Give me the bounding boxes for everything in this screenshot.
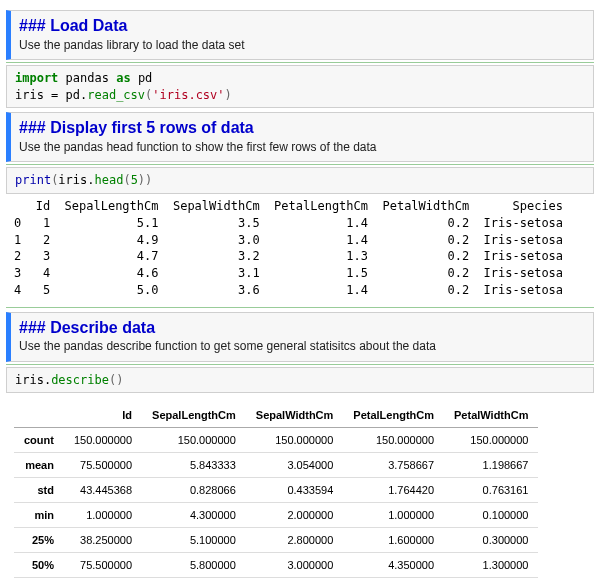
table-cell: 5.800000: [142, 553, 246, 578]
heading-load: ### Load Data: [19, 15, 585, 37]
table-row: mean75.5000005.8433333.0540003.7586671.1…: [14, 453, 538, 478]
markdown-cell-head: ### Display first 5 rows of data Use the…: [6, 112, 594, 162]
table-cell: 0.828066: [142, 478, 246, 503]
keyword-import: import: [15, 71, 58, 85]
fn-describe: describe: [51, 373, 109, 387]
table-cell: 0.300000: [444, 528, 538, 553]
num-literal: 5: [131, 173, 138, 187]
code-cell-head[interactable]: print(iris.head(5)): [6, 167, 594, 194]
table-cell: 0.100000: [444, 503, 538, 528]
markdown-text-load: Use the pandas library to load the data …: [19, 37, 585, 53]
table-cell: 75.500000: [64, 553, 142, 578]
table-col-header: PetalWidthCm: [444, 403, 538, 428]
table-cell: 5.100000: [142, 528, 246, 553]
table-cell: 150.000000: [246, 428, 344, 453]
table-row: 50%75.5000005.8000003.0000004.3500001.30…: [14, 553, 538, 578]
table-cell: 1.000000: [64, 503, 142, 528]
table-row-label: min: [14, 503, 64, 528]
table-cell: 150.000000: [444, 428, 538, 453]
table-row: std43.4453680.8280660.4335941.7644200.76…: [14, 478, 538, 503]
table-cell: 0.433594: [246, 478, 344, 503]
table-cell: 1.198667: [444, 453, 538, 478]
table-cell: 150.000000: [64, 428, 142, 453]
markdown-text-head: Use the pandas head function to show the…: [19, 139, 585, 155]
table-row-label: 50%: [14, 553, 64, 578]
table-cell: 3.758667: [343, 453, 444, 478]
table-cell: 1.000000: [343, 503, 444, 528]
module-name: pandas: [66, 71, 109, 85]
table-cell: 150.000000: [343, 428, 444, 453]
table-cell: 2.800000: [246, 528, 344, 553]
table-row: count150.000000150.000000150.000000150.0…: [14, 428, 538, 453]
table-row-label: mean: [14, 453, 64, 478]
separator: [6, 164, 594, 165]
table-row: 25%38.2500005.1000002.8000001.6000000.30…: [14, 528, 538, 553]
table-cell: 1.300000: [444, 553, 538, 578]
fn-print: print: [15, 173, 51, 187]
heading-head: ### Display first 5 rows of data: [19, 117, 585, 139]
table-row: min1.0000004.3000002.0000001.0000000.100…: [14, 503, 538, 528]
table-cell: 2.000000: [246, 503, 344, 528]
keyword-as: as: [116, 71, 130, 85]
separator: [6, 307, 594, 308]
heading-describe: ### Describe data: [19, 317, 585, 339]
table-cell: 150.000000: [142, 428, 246, 453]
table-cell: 43.445368: [64, 478, 142, 503]
table-col-header: SepalLengthCm: [142, 403, 246, 428]
code-cell-load[interactable]: import pandas as pd iris = pd.read_csv('…: [6, 65, 594, 109]
markdown-text-describe: Use the pandas describe function to get …: [19, 338, 585, 354]
markdown-cell-load: ### Load Data Use the pandas library to …: [6, 10, 594, 60]
table-cell: 0.763161: [444, 478, 538, 503]
table-cell: 1.600000: [343, 528, 444, 553]
table-cell: 4.350000: [343, 553, 444, 578]
table-cell: 4.300000: [142, 503, 246, 528]
table-cell: 3.000000: [246, 553, 344, 578]
table-row-label: 25%: [14, 528, 64, 553]
separator: [6, 62, 594, 63]
output-head: Id SepalLengthCm SepalWidthCm PetalLengt…: [6, 196, 594, 305]
string-arg: 'iris.csv': [152, 88, 224, 102]
table-corner: [14, 403, 64, 428]
table-cell: 5.843333: [142, 453, 246, 478]
alias: pd: [138, 71, 152, 85]
table-cell: 75.500000: [64, 453, 142, 478]
fn-head: head: [94, 173, 123, 187]
markdown-cell-describe: ### Describe data Use the pandas describ…: [6, 312, 594, 362]
table-col-header: PetalLengthCm: [343, 403, 444, 428]
table-cell: 38.250000: [64, 528, 142, 553]
table-cell: 3.054000: [246, 453, 344, 478]
table-col-header: Id: [64, 403, 142, 428]
code-cell-describe[interactable]: iris.describe(): [6, 367, 594, 394]
separator: [6, 364, 594, 365]
table-cell: 1.764420: [343, 478, 444, 503]
fn-readcsv: read_csv: [87, 88, 145, 102]
table-row-label: std: [14, 478, 64, 503]
table-row-label: count: [14, 428, 64, 453]
code-text: iris = pd.: [15, 88, 87, 102]
table-col-header: SepalWidthCm: [246, 403, 344, 428]
output-describe-table: IdSepalLengthCmSepalWidthCmPetalLengthCm…: [14, 403, 538, 579]
